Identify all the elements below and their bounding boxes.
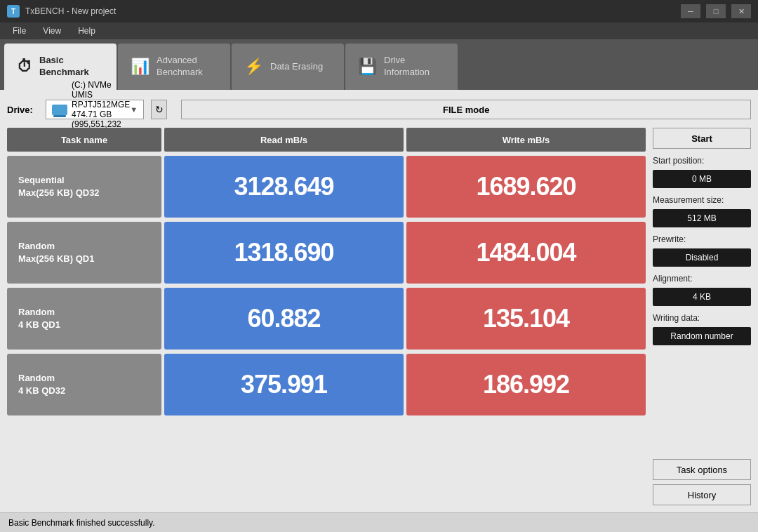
read-value-1: 1318.690 — [164, 222, 404, 284]
status-text: Basic Benchmark finished successfully. — [8, 518, 155, 528]
bench-row-3: Random4 KB QD32 375.991 186.992 — [7, 354, 646, 415]
statusbar: Basic Benchmark finished successfully. — [0, 512, 758, 532]
bench-row-1: RandomMax(256 KB) QD1 1318.690 1484.004 — [7, 222, 646, 284]
drive-label: Drive: — [7, 105, 39, 115]
benchmark-area: Task name Read mB/s Write mB/s Sequentia… — [7, 128, 751, 505]
writing-data-value: Random number — [653, 327, 751, 345]
tab-advanced-benchmark[interactable]: 📊 AdvancedBenchmark — [118, 44, 230, 90]
titlebar-left: T TxBENCH - New project — [7, 5, 116, 18]
menubar: File View Help — [0, 22, 758, 39]
write-value-2: 135.104 — [406, 288, 646, 350]
dropdown-arrow-icon: ▼ — [130, 105, 138, 114]
drive-info-icon: 💾 — [358, 59, 377, 74]
header-read: Read mB/s — [164, 128, 404, 152]
right-panel: Start Start position: 0 MB Measurement s… — [653, 128, 751, 505]
maximize-button[interactable]: □ — [706, 4, 726, 18]
basic-benchmark-icon: ⏱ — [17, 59, 32, 74]
drive-select-dropdown[interactable]: (C:) NVMe UMIS RPJTJ512MGE 474.71 GB (99… — [46, 100, 144, 119]
task-options-button[interactable]: Task options — [653, 459, 751, 480]
read-value-2: 60.882 — [164, 288, 404, 350]
data-erasing-icon: ⚡ — [244, 59, 263, 74]
history-button[interactable]: History — [653, 484, 751, 505]
tab-drive-label: DriveInformation — [384, 55, 430, 79]
prewrite-label: Prewrite: — [653, 234, 751, 244]
advanced-benchmark-icon: 📊 — [131, 59, 149, 74]
tab-drive-information[interactable]: 💾 DriveInformation — [345, 44, 458, 90]
row-label-3: Random4 KB QD32 — [7, 354, 161, 415]
drive-row: Drive: (C:) NVMe UMIS RPJTJ512MGE 474.71… — [7, 97, 751, 122]
menu-view[interactable]: View — [36, 25, 68, 37]
file-mode-button[interactable]: FILE mode — [181, 100, 751, 119]
start-position-label: Start position: — [653, 156, 751, 166]
benchmark-table: Task name Read mB/s Write mB/s Sequentia… — [7, 128, 646, 505]
start-position-value: 0 MB — [653, 170, 751, 188]
alignment-label: Alignment: — [653, 274, 751, 284]
row-label-0: SequentialMax(256 KB) QD32 — [7, 156, 161, 218]
tab-data-erasing[interactable]: ⚡ Data Erasing — [232, 44, 344, 90]
read-value-0: 3128.649 — [164, 156, 404, 218]
row-label-2: Random4 KB QD1 — [7, 288, 161, 350]
window-controls: ─ □ ✕ — [681, 4, 751, 18]
tab-basic-label: BasicBenchmark — [39, 55, 89, 79]
write-value-0: 1689.620 — [406, 156, 646, 218]
prewrite-value: Disabled — [653, 248, 751, 267]
start-button[interactable]: Start — [653, 128, 751, 149]
refresh-button[interactable]: ↻ — [151, 100, 167, 119]
main-content: Drive: (C:) NVMe UMIS RPJTJ512MGE 474.71… — [0, 90, 758, 512]
header-write: Write mB/s — [406, 128, 646, 152]
tab-erasing-label: Data Erasing — [270, 61, 323, 73]
minimize-button[interactable]: ─ — [681, 4, 700, 18]
row-label-1: RandomMax(256 KB) QD1 — [7, 222, 161, 284]
alignment-value: 4 KB — [653, 288, 751, 306]
titlebar: T TxBENCH - New project ─ □ ✕ — [0, 0, 758, 22]
writing-data-label: Writing data: — [653, 313, 751, 323]
read-value-3: 375.991 — [164, 354, 404, 415]
write-value-3: 186.992 — [406, 354, 646, 415]
measurement-size-label: Measurement size: — [653, 195, 751, 205]
menu-file[interactable]: File — [6, 25, 33, 37]
table-header: Task name Read mB/s Write mB/s — [7, 128, 646, 152]
bench-row-0: SequentialMax(256 KB) QD32 3128.649 1689… — [7, 156, 646, 218]
write-value-1: 1484.004 — [406, 222, 646, 284]
close-button[interactable]: ✕ — [731, 4, 751, 18]
app-icon: T — [7, 5, 20, 18]
window-title: TxBENCH - New project — [25, 6, 116, 16]
header-task-name: Task name — [7, 128, 161, 152]
bench-row-2: Random4 KB QD1 60.882 135.104 — [7, 288, 646, 350]
measurement-size-value: 512 MB — [653, 209, 751, 227]
tab-advanced-label: AdvancedBenchmark — [157, 55, 203, 79]
menu-help[interactable]: Help — [71, 25, 102, 37]
